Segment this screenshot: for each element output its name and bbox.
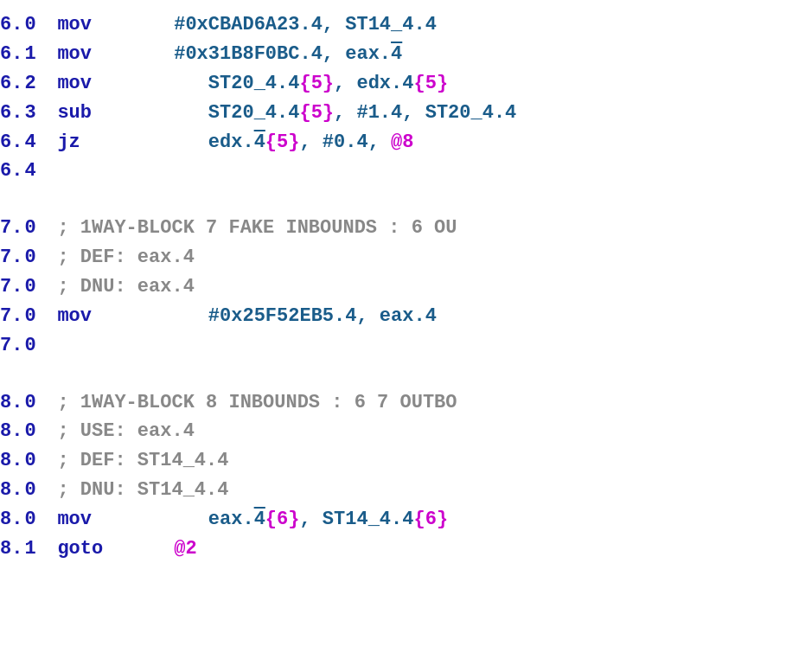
args: #0xCBAD6A23.4, ST14_4.4 — [128, 11, 436, 39]
line-major: 6. — [0, 99, 24, 127]
comment: ; DNU: eax.4 — [50, 273, 194, 301]
empty-spacer — [0, 186, 805, 214]
line-minor: 0 — [24, 303, 50, 330]
args: @2 — [128, 535, 196, 563]
code-line-8-0-mov: 8. 0 mov eax.4{6}, ST14_4.4{6} — [0, 505, 805, 534]
line-major: 8. — [0, 535, 24, 563]
mnemonic: goto — [50, 535, 128, 563]
line-major: 6. — [0, 41, 24, 68]
mnemonic: mov — [50, 11, 128, 39]
line-minor: 4 — [24, 129, 50, 157]
line-major: 7. — [0, 214, 24, 242]
mnemonic: mov — [50, 41, 128, 68]
code-line-7-0-comment1: 7. 0 ; 1WAY-BLOCK 7 FAKE INBOUNDS : 6 OU — [0, 214, 805, 243]
mnemonic: sub — [50, 99, 128, 127]
line-minor: 0 — [24, 214, 50, 242]
line-minor: 1 — [24, 535, 50, 563]
line-minor: 0 — [24, 506, 50, 534]
line-major: 6. — [0, 157, 24, 185]
mnemonic: jz — [50, 129, 128, 157]
code-line-8-0-comment1: 8. 0 ; 1WAY-BLOCK 8 INBOUNDS : 6 7 OUTBO — [0, 388, 805, 418]
comment: ; DEF: ST14_4.4 — [50, 447, 228, 475]
code-line-6-4-jz: 6. 4 jz edx.4{5}, #0.4, @8 — [0, 128, 805, 157]
comment: ; 1WAY-BLOCK 8 INBOUNDS : 6 7 OUTBO — [50, 389, 457, 417]
mnemonic: mov — [50, 506, 128, 534]
mnemonic: mov — [50, 303, 128, 330]
code-line-8-0-comment4: 8. 0 ; DNU: ST14_4.4 — [0, 476, 805, 505]
code-line-8-0-comment2: 8. 0 ; USE: eax.4 — [0, 417, 805, 446]
line-minor: 0 — [24, 447, 50, 475]
args: #0x31B8F0BC.4, eax.4 — [128, 41, 402, 68]
code-line-8-0-comment3: 8. 0 ; DEF: ST14_4.4 — [0, 446, 805, 476]
code-line-7-0-trailing: 7. 0 — [0, 331, 805, 361]
line-minor: 0 — [24, 389, 50, 417]
line-major: 7. — [0, 273, 24, 301]
comment: ; USE: eax.4 — [50, 418, 194, 445]
line-major: 8. — [0, 477, 24, 504]
args: eax.4 — [128, 506, 265, 534]
line-major: 7. — [0, 332, 24, 360]
empty-spacer-2 — [0, 361, 805, 388]
comment: ; DNU: ST14_4.4 — [50, 477, 228, 504]
line-minor: 0 — [24, 332, 50, 360]
line-minor: 3 — [24, 99, 50, 127]
code-line-6-4-empty: 6. 4 — [0, 157, 805, 186]
comment: ; DEF: eax.4 — [50, 244, 194, 272]
code-line-6-1-mov2: 6. 1 mov #0x31B8F0BC.4, eax.4 — [0, 40, 805, 69]
mnemonic: mov — [50, 70, 128, 98]
code-line-7-0-comment2: 7. 0 ; DEF: eax.4 — [0, 243, 805, 272]
line-major: 6. — [0, 11, 24, 39]
args: #0x25F52EB5.4, eax.4 — [128, 303, 436, 330]
code-line-6-0-mov1: 6. 0 mov #0xCBAD6A23.4, ST14_4.4 — [0, 10, 805, 40]
line-major: 8. — [0, 506, 24, 534]
line-major: 6. — [0, 70, 24, 98]
line-major: 6. — [0, 129, 24, 157]
line-minor: 0 — [24, 477, 50, 504]
line-major: 8. — [0, 418, 24, 445]
code-line-7-0-comment3: 7. 0 ; DNU: eax.4 — [0, 272, 805, 302]
line-major: 8. — [0, 389, 24, 417]
line-major: 7. — [0, 244, 24, 272]
args: ST20_4.4 — [128, 70, 299, 98]
line-minor: 4 — [24, 157, 50, 185]
code-line-6-2-mov3: 6. 2 mov ST20_4.4{5}, edx.4{5} — [0, 69, 805, 99]
code-line-6-3-sub: 6. 3 sub ST20_4.4{5}, #1.4, ST20_4.4 — [0, 99, 805, 128]
line-minor: 0 — [24, 273, 50, 301]
code-line-8-1-goto: 8. 1 goto @2 — [0, 534, 805, 564]
line-minor: 1 — [24, 41, 50, 68]
args: ST20_4.4 — [128, 99, 299, 127]
line-major: 8. — [0, 447, 24, 475]
line-major: 7. — [0, 303, 24, 330]
line-minor: 0 — [24, 11, 50, 39]
comment: ; 1WAY-BLOCK 7 FAKE INBOUNDS : 6 OU — [50, 214, 457, 242]
code-view: 6. 0 mov #0xCBAD6A23.4, ST14_4.4 6. 1 mo… — [0, 7, 805, 567]
line-minor: 0 — [24, 418, 50, 445]
code-line-7-0-mov: 7. 0 mov #0x25F52EB5.4, eax.4 — [0, 302, 805, 331]
args: edx.4 — [128, 129, 265, 157]
line-minor: 2 — [24, 70, 50, 98]
line-minor: 0 — [24, 244, 50, 272]
